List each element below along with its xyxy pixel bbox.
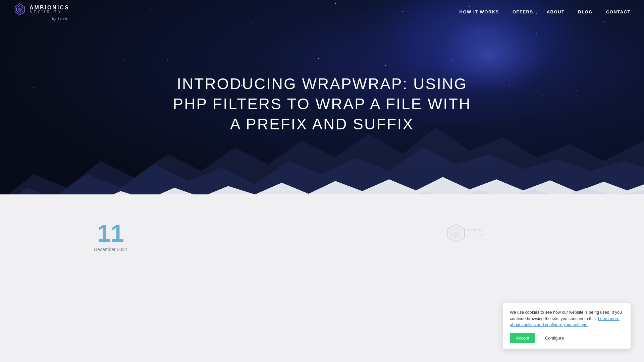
svg-point-42 — [144, 104, 145, 104]
svg-marker-71 — [18, 7, 21, 12]
article-logo-watermark: AMBIO SECURITY — [433, 220, 493, 253]
nav-offers[interactable]: OFFERS — [513, 9, 533, 14]
accept-cookies-button[interactable]: Accept — [510, 333, 535, 343]
cookie-banner: We use cookies to see how our website is… — [503, 303, 631, 349]
logo-ambionics: AMBIONICS — [30, 5, 69, 10]
cookie-message: We use cookies to see how our website is… — [510, 309, 624, 328]
logo-security: SECURITY — [30, 10, 69, 14]
svg-point-5 — [178, 30, 178, 31]
article-month: December 2022 — [94, 247, 127, 252]
svg-point-39 — [33, 87, 34, 87]
main-nav: HOW IT WORKS OFFERS ABOUT BLOG CONTACT — [460, 9, 631, 14]
hero-section: INTRODUCING WRAPWRAP: USING PHP FILTERS … — [0, 0, 644, 215]
article-preview: 11 December 2022 — [94, 221, 127, 252]
ambionics-logo-icon — [13, 3, 26, 16]
svg-point-20 — [27, 50, 27, 51]
logo-area: AMBIONICS SECURITY by Lexfo — [13, 3, 69, 21]
cookie-buttons: Accept Configure — [510, 333, 624, 343]
nav-contact[interactable]: CONTACT — [606, 9, 631, 14]
svg-point-21 — [53, 67, 54, 67]
header: AMBIONICS SECURITY by Lexfo HOW IT WORKS… — [0, 0, 644, 23]
svg-point-61 — [167, 60, 168, 61]
logo-text: AMBIONICS SECURITY — [30, 5, 69, 14]
svg-text:AMBIO: AMBIO — [467, 228, 483, 232]
svg-point-25 — [187, 67, 188, 67]
nav-about[interactable]: ABOUT — [547, 9, 565, 14]
article-day: 11 — [97, 221, 124, 245]
nav-blog[interactable]: BLOG — [578, 9, 593, 14]
configure-cookies-button[interactable]: Configure — [539, 333, 570, 343]
svg-point-41 — [114, 83, 114, 84]
svg-point-40 — [74, 97, 74, 98]
svg-point-22 — [84, 44, 84, 44]
logo-main: AMBIONICS SECURITY — [13, 3, 69, 16]
svg-point-38 — [621, 52, 621, 52]
nav-how-it-works[interactable]: HOW IT WORKS — [460, 9, 499, 14]
article-date: 11 December 2022 — [94, 221, 127, 252]
svg-point-24 — [161, 47, 161, 47]
svg-point-1 — [40, 27, 41, 27]
logo-by-lexfo: by Lexfo — [52, 17, 69, 21]
svg-text:SECURITY: SECURITY — [467, 234, 483, 236]
svg-point-23 — [124, 60, 124, 61]
